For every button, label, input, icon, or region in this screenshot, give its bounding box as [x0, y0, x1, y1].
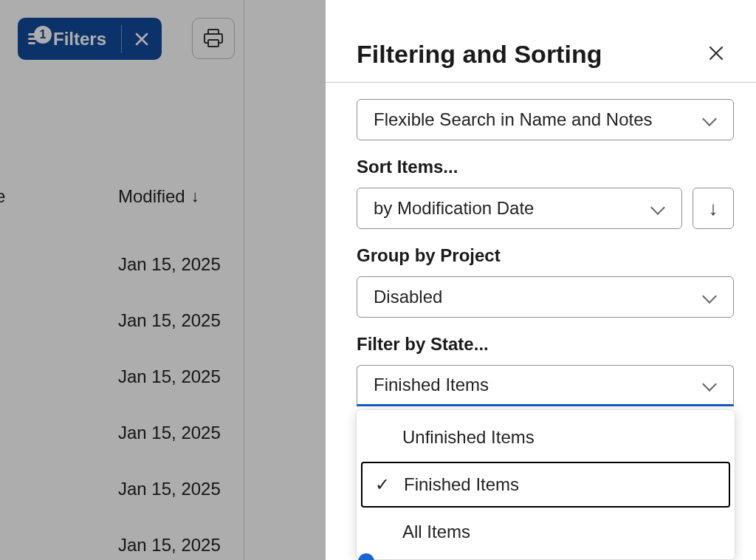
panel-header: Filtering and Sorting [326, 0, 756, 83]
list-item[interactable]: Jan 15, 2025 [118, 293, 221, 349]
chevron-down-icon [702, 293, 717, 301]
state-option-all[interactable]: All Items [357, 509, 735, 555]
list-item[interactable]: Jan 15, 2025 [118, 517, 221, 560]
column-header-modified[interactable]: Modified ↓ [118, 186, 199, 207]
date-column: Jan 15, 2025 Jan 15, 2025 Jan 15, 2025 J… [118, 236, 221, 560]
list-item[interactable]: Jan 15, 2025 [118, 349, 221, 405]
column-header-label: Modified [118, 186, 185, 207]
option-label: All Items [402, 522, 470, 542]
sort-by-select[interactable]: by Modification Date [357, 188, 682, 229]
list-item[interactable]: Jan 15, 2025 [118, 405, 221, 461]
chevron-down-icon [702, 115, 717, 124]
group-section-label: Group by Project [357, 245, 734, 266]
group-by-select[interactable]: Disabled [357, 276, 734, 318]
print-button[interactable] [192, 18, 235, 59]
background-content: 1 Filters e Modified ↓ Jan 15, 2025 Jan … [0, 0, 326, 560]
sort-by-value: by Modification Date [374, 198, 534, 219]
arrow-down-icon: ↓ [709, 197, 718, 220]
state-section-label: Filter by State... [357, 334, 734, 355]
group-by-value: Disabled [374, 287, 442, 307]
state-option-unfinished[interactable]: Unfinished Items [357, 414, 735, 460]
state-option-finished[interactable]: ✓ Finished Items [361, 462, 730, 508]
vertical-divider [244, 0, 244, 560]
filters-label: Filters [53, 29, 106, 49]
filter-state-select[interactable]: Finished Items [357, 365, 734, 406]
filter-state-value: Finished Items [374, 375, 489, 395]
option-label: Unfinished Items [402, 427, 535, 448]
panel-title: Filtering and Sorting [357, 40, 602, 69]
column-header-fragment: e [0, 186, 5, 207]
sort-direction-button[interactable]: ↓ [693, 188, 734, 229]
sort-section-label: Sort Items... [357, 157, 734, 177]
list-item[interactable]: Jan 15, 2025 [118, 236, 221, 293]
option-label: Finished Items [404, 474, 519, 495]
search-mode-select[interactable]: Flexible Search in Name and Notes [357, 99, 734, 140]
svg-rect-2 [208, 40, 219, 47]
close-icon [134, 32, 149, 47]
clear-filters-button[interactable] [122, 18, 162, 60]
search-mode-value: Flexible Search in Name and Notes [374, 109, 653, 130]
close-icon [707, 44, 725, 62]
chevron-down-icon [650, 204, 665, 213]
toolbar: 1 Filters [0, 0, 326, 74]
check-icon: ✓ [373, 474, 392, 495]
filter-state-dropdown: Unfinished Items ✓ Finished Items All It… [357, 410, 735, 559]
sort-descending-icon: ↓ [191, 187, 199, 206]
list-item[interactable]: Jan 15, 2025 [118, 461, 221, 517]
panel-close-button[interactable] [701, 42, 731, 67]
printer-icon [203, 29, 224, 48]
filters-count-badge: 1 [34, 26, 52, 44]
filters-button[interactable]: 1 Filters [18, 18, 162, 60]
chevron-down-icon [702, 380, 717, 389]
